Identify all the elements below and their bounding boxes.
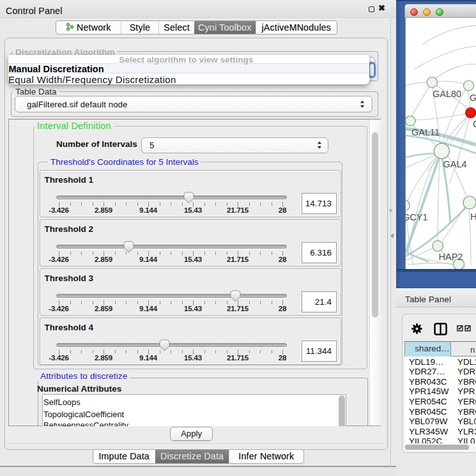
svg-text:C: C — [473, 119, 476, 129]
svg-text:GAL4: GAL4 — [443, 159, 467, 169]
svg-text:H: H — [470, 211, 476, 222]
svg-text:GA: GA — [470, 93, 476, 103]
svg-text:HAP2: HAP2 — [439, 252, 463, 262]
svg-text:GAL80: GAL80 — [433, 89, 461, 99]
svg-text:GAL11: GAL11 — [411, 127, 440, 137]
svg-text:GCY1: GCY1 — [406, 212, 428, 222]
